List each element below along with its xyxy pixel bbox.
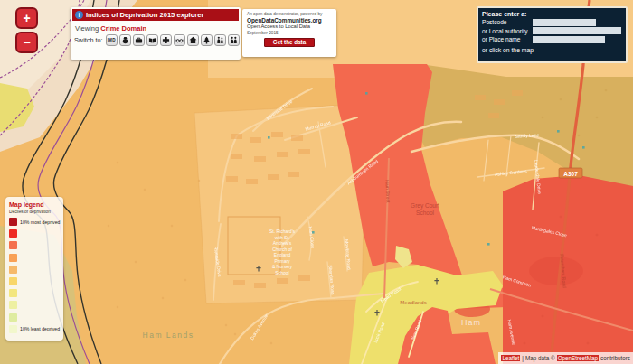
switch-environment-button[interactable] [201, 34, 213, 46]
label-grey-court-2: School [416, 210, 434, 216]
legend-swatch-1 [9, 218, 17, 226]
switch-idaopi-button[interactable] [228, 34, 240, 46]
local-authority-label: or Local authority [482, 28, 533, 34]
switch-income-button[interactable] [119, 34, 131, 46]
domain-switcher: Switch to: IMD [71, 33, 241, 47]
powered-by-panel: An open data demonstrator, powered by Op… [242, 9, 336, 57]
switch-employment-button[interactable] [133, 34, 145, 46]
title-banner: i Indices of Deprivation 2015 explorer [72, 9, 239, 21]
switch-barriers-button[interactable] [174, 34, 185, 46]
tree-icon [203, 36, 211, 44]
legend-title: Map legend [9, 201, 60, 208]
map-zoom-control: + − [15, 7, 38, 53]
click-map-hint: or click on the map [482, 47, 622, 53]
place-name-label: or Place name [482, 36, 533, 42]
family-icon [216, 36, 224, 44]
map-legend-panel: Map legend Deciles of deprivation 10% mo… [5, 197, 63, 341]
glasses-icon [175, 36, 184, 44]
switch-education-button[interactable] [146, 34, 158, 46]
svg-text:with St.: with St. [275, 235, 289, 240]
people-icon [230, 36, 238, 44]
label-meadlands: Meadlands [400, 300, 426, 305]
leaflet-link[interactable]: Leaflet [501, 355, 520, 361]
legend-swatch-5 [9, 266, 17, 274]
release-date: September 2015 [247, 31, 332, 35]
switch-housing-button[interactable] [187, 34, 199, 46]
current-domain: Crime Domain [100, 24, 146, 33]
postcode-label: Postcode [482, 19, 533, 25]
contributors-text: contributors [600, 355, 630, 361]
postcode-input[interactable] [533, 19, 596, 26]
opendatacommunities-link[interactable]: OpenDataCommunities.org [247, 17, 332, 23]
money-bag-icon [121, 36, 129, 44]
map-data-text: Map data © [525, 355, 555, 361]
get-the-data-button[interactable]: Get the data [264, 38, 315, 47]
health-cross-icon [162, 36, 170, 44]
imd-text-icon: IMD [108, 38, 116, 42]
svg-text:Andrew's: Andrew's [273, 240, 292, 246]
app-window: A307 Ham Lands Ham Grey Court School Mea… [0, 0, 633, 364]
zoom-out-button[interactable]: − [15, 32, 38, 53]
svg-text:& Nursery: & Nursery [272, 264, 293, 269]
search-title: Please enter a: [482, 11, 622, 17]
explorer-header-panel: i Indices of Deprivation 2015 explorer V… [71, 7, 241, 60]
svg-text:Primary: Primary [274, 258, 290, 264]
info-icon[interactable]: i [75, 11, 83, 19]
svg-text:A307: A307 [563, 171, 578, 177]
legend-most-deprived-label: 10% most deprived [20, 219, 60, 225]
open-access-text: Open Access to Local Data [247, 23, 332, 29]
demonstrator-text: An open data demonstrator, powered by [247, 12, 332, 16]
house-icon [189, 36, 197, 44]
legend-swatch-2 [9, 229, 17, 238]
search-panel: Please enter a: Postcode or Local author… [477, 6, 628, 63]
svg-text:School: School [275, 270, 288, 275]
legend-swatch-9 [9, 313, 17, 322]
switch-label: Switch to: [74, 36, 103, 44]
legend-least-deprived-label: 10% least deprived [20, 326, 60, 331]
openstreetmap-link[interactable]: OpenStreetMap [557, 355, 599, 361]
legend-swatch-3 [9, 241, 17, 249]
legend-swatch-6 [9, 277, 17, 285]
switch-idaci-button[interactable] [214, 34, 226, 46]
svg-text:Church of: Church of [272, 247, 292, 252]
briefcase-icon [135, 36, 143, 44]
app-title: Indices of Deprivation 2015 explorer [86, 11, 203, 19]
legend-swatch-7 [9, 289, 17, 297]
svg-text:England: England [274, 252, 291, 257]
svg-text:St. Richard's: St. Richard's [269, 229, 296, 234]
a307-road-shield: A307 [559, 168, 582, 178]
viewing-line: Viewing Crime Domain [71, 23, 241, 33]
legend-subtitle: Deciles of deprivation [9, 210, 60, 214]
map-attribution-bar: Leaflet | Map data © OpenStreetMap contr… [498, 352, 633, 364]
local-authority-input[interactable] [533, 27, 621, 34]
label-grey-court-1: Grey Court [411, 202, 439, 210]
label-ham-lands: Ham Lands [143, 331, 194, 340]
switch-imd-button[interactable]: IMD [106, 34, 118, 46]
legend-swatch-8 [9, 301, 17, 309]
viewing-label: Viewing [75, 24, 99, 33]
label-ham: Ham [461, 318, 481, 327]
book-icon [148, 36, 156, 44]
attribution-separator: | [522, 355, 524, 361]
place-name-input[interactable] [533, 36, 605, 43]
legend-swatch-4 [9, 254, 17, 262]
switch-health-button[interactable] [160, 34, 172, 46]
zoom-in-button[interactable]: + [15, 7, 38, 29]
legend-swatch-10 [9, 325, 17, 333]
